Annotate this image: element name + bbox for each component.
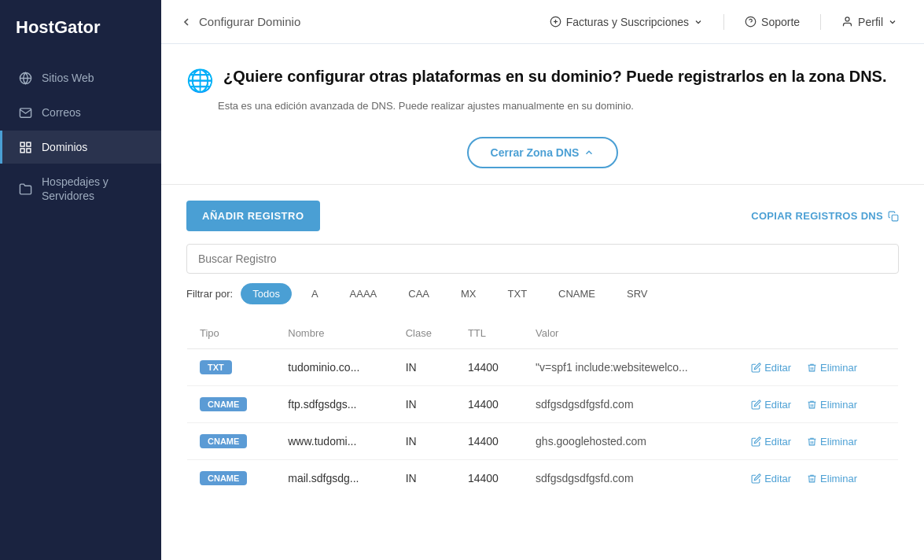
records-section: AÑADIR REGISTRO COPIAR REGISTROS DNS Fil…: [161, 185, 924, 513]
dns-banner: 🌐 ¿Quiere configurar otras plataformas e…: [161, 44, 924, 185]
edit-button-3[interactable]: Editar: [751, 473, 791, 484]
sidebar-nav: Sitios Web Correos Dominios Hospedajes y…: [0, 61, 161, 212]
chevron-down-billing-icon: [694, 17, 703, 27]
billing-label: Facturas y Suscripciones: [566, 16, 689, 28]
profile-label: Perfil: [858, 16, 883, 28]
cell-ttl-1: 14400: [455, 386, 523, 423]
add-record-button[interactable]: AÑADIR REGISTRO: [186, 201, 320, 231]
grid-icon: [18, 140, 32, 154]
sidebar: HostGator Sitios Web Correos Dominios H: [0, 0, 161, 560]
billing-icon: [550, 16, 561, 28]
sidebar-item-dominios[interactable]: Dominios: [0, 131, 161, 164]
delete-button-3[interactable]: Eliminar: [807, 473, 857, 484]
sidebar-item-hospedajes[interactable]: Hospedajes y Servidores: [0, 165, 161, 212]
filter-caa[interactable]: CAA: [396, 283, 441, 304]
profile-button[interactable]: Perfil: [834, 11, 905, 33]
dns-records-table: Tipo Nombre Clase TTL Valor TXT tudomini…: [186, 317, 899, 497]
email-icon: [18, 105, 32, 120]
filter-aaaa[interactable]: AAAA: [338, 283, 389, 304]
filter-mx[interactable]: MX: [449, 283, 488, 304]
logo: HostGator: [0, 0, 161, 61]
filter-label: Filtrar por:: [186, 288, 233, 300]
cell-valor-0: "v=spf1 include:websitewelco...: [523, 349, 738, 386]
col-header-clase: Clase: [393, 318, 455, 349]
search-input[interactable]: [186, 244, 899, 274]
edit-icon-1: [751, 400, 761, 410]
edit-button-2[interactable]: Editar: [751, 436, 791, 448]
cell-clase-2: IN: [393, 423, 455, 460]
cell-clase-1: IN: [393, 386, 455, 423]
sidebar-item-sitios-web[interactable]: Sitios Web: [0, 61, 161, 94]
dns-globe-icon: 🌐: [186, 68, 214, 94]
page-title: Configurar Dominio: [199, 15, 300, 28]
svg-rect-2: [20, 142, 24, 146]
copy-records-button[interactable]: COPIAR REGISTROS DNS: [751, 210, 899, 222]
dns-banner-subtitle: Esta es una edición avanzada de DNS. Pue…: [218, 100, 899, 112]
table-row: TXT tudominio.co... IN 14400 "v=spf1 inc…: [187, 349, 899, 386]
svg-rect-3: [26, 142, 30, 146]
cell-type-3: CNAME: [187, 460, 276, 497]
edit-button-1[interactable]: Editar: [751, 399, 791, 411]
cell-valor-3: sdfgsdgsdfgsfd.com: [523, 460, 738, 497]
cell-ttl-2: 14400: [455, 423, 523, 460]
cell-ttl-3: 14400: [455, 460, 523, 497]
topbar: Configurar Dominio Facturas y Suscripcio…: [161, 0, 924, 44]
cell-name-0: tudominio.co...: [275, 349, 392, 386]
type-badge-1: CNAME: [200, 397, 247, 411]
back-button[interactable]: Configurar Dominio: [180, 15, 300, 28]
delete-button-0[interactable]: Eliminar: [807, 362, 857, 374]
content-area: 🌐 ¿Quiere configurar otras plataformas e…: [161, 44, 924, 560]
filter-a[interactable]: A: [300, 283, 330, 304]
profile-icon: [841, 16, 853, 28]
col-header-ttl: TTL: [455, 318, 523, 349]
close-dns-button[interactable]: Cerrar Zona DNS: [467, 137, 619, 168]
trash-icon-3: [807, 473, 817, 484]
edit-button-0[interactable]: Editar: [751, 362, 791, 374]
svg-point-11: [845, 17, 849, 21]
type-badge-2: CNAME: [200, 434, 247, 448]
cell-valor-2: ghs.googlehosted.com: [523, 423, 738, 460]
cell-clase-3: IN: [393, 460, 455, 497]
dns-banner-title: ¿Quiere configurar otras plataformas en …: [223, 66, 887, 87]
filter-todos[interactable]: Todos: [241, 283, 292, 304]
sidebar-label-hospedajes: Hospedajes y Servidores: [42, 175, 145, 203]
cell-actions-3: Editar Eliminar: [738, 460, 898, 497]
type-badge-3: CNAME: [200, 471, 247, 485]
billing-button[interactable]: Facturas y Suscripciones: [542, 11, 711, 33]
support-icon: [745, 16, 757, 28]
support-button[interactable]: Soporte: [737, 11, 808, 33]
cell-name-3: mail.sdfgsdg...: [275, 460, 392, 497]
sidebar-label-correos: Correos: [42, 106, 81, 119]
table-row: CNAME mail.sdfgsdg... IN 14400 sdfgsdgsd…: [187, 460, 899, 497]
main-area: Configurar Dominio Facturas y Suscripcio…: [161, 0, 924, 560]
cell-valor-1: sdfgsdgsdfgsfd.com: [523, 386, 738, 423]
chevron-down-profile-icon: [888, 17, 897, 27]
filter-cname[interactable]: CNAME: [547, 283, 607, 304]
filter-srv[interactable]: SRV: [615, 283, 660, 304]
table-row: CNAME ftp.sdfgsdgs... IN 14400 sdfgsdgsd…: [187, 386, 899, 423]
cell-name-1: ftp.sdfgsdgs...: [275, 386, 392, 423]
sidebar-label-dominios: Dominios: [42, 141, 87, 153]
sidebar-item-correos[interactable]: Correos: [0, 96, 161, 129]
records-toolbar: AÑADIR REGISTRO COPIAR REGISTROS DNS: [186, 201, 899, 231]
filter-txt[interactable]: TXT: [496, 283, 539, 304]
delete-button-1[interactable]: Eliminar: [807, 399, 857, 411]
logo-text: HostGator: [16, 17, 101, 37]
back-arrow-icon: [180, 16, 193, 28]
globe-icon: [18, 71, 32, 85]
col-header-tipo: Tipo: [187, 318, 276, 349]
topbar-divider-1: [723, 14, 724, 30]
svg-rect-4: [20, 148, 24, 152]
col-header-actions: [738, 318, 898, 349]
close-dns-label: Cerrar Zona DNS: [491, 146, 580, 159]
filter-row: Filtrar por: Todos A AAAA CAA MX TXT CNA…: [186, 283, 899, 304]
trash-icon-1: [807, 400, 817, 410]
table-row: CNAME www.tudomi... IN 14400 ghs.googleh…: [187, 423, 899, 460]
cell-ttl-0: 14400: [455, 349, 523, 386]
cell-clase-0: IN: [393, 349, 455, 386]
cell-type-1: CNAME: [187, 386, 276, 423]
col-header-nombre: Nombre: [275, 318, 392, 349]
chevron-up-icon: [583, 147, 595, 158]
topbar-divider-2: [820, 14, 821, 30]
delete-button-2[interactable]: Eliminar: [807, 436, 857, 448]
